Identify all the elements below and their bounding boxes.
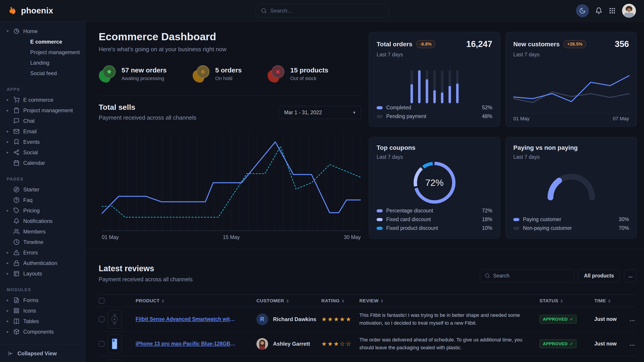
row-more-button[interactable]: ...	[628, 316, 637, 323]
sidebar-item-landing[interactable]: Landing	[0, 57, 85, 68]
column-header-product[interactable]: PRODUCT	[131, 298, 243, 304]
top-coupons-donut-chart: 72%	[412, 160, 457, 205]
bar-track	[410, 70, 413, 103]
reviews-search-input[interactable]	[493, 273, 569, 279]
sidebar-item-starter[interactable]: Starter	[0, 184, 85, 195]
star-status-icon	[99, 65, 116, 82]
sidebar-item-errors[interactable]: ▸Errors	[0, 247, 85, 258]
sort-icon[interactable]	[560, 299, 563, 303]
sidebar-item-chat[interactable]: Chat	[0, 116, 85, 126]
share-icon	[14, 149, 23, 155]
sidebar-item-tables[interactable]: ▸Tables	[0, 316, 85, 327]
product-link[interactable]: Fitbit Sense Advanced Smartwatch with To…	[131, 316, 243, 322]
orders-legend-row: Pending payment48%	[376, 112, 492, 121]
card-period: Last 7 days	[513, 52, 629, 58]
sidebar-item-timeline[interactable]: Timeline	[0, 237, 85, 247]
sort-icon[interactable]	[342, 299, 344, 303]
stats-divider	[99, 95, 361, 96]
customer-name: Richard Dawkins	[273, 316, 316, 323]
stat-label: Awating processing	[122, 76, 167, 81]
date-range-select[interactable]: Mar 1 - 31, 2022 ▾	[278, 106, 361, 119]
column-header-time[interactable]: TIME	[594, 298, 628, 304]
column-header-review[interactable]: REVIEW	[357, 298, 540, 304]
sidebar-item-social[interactable]: ▸Social	[0, 147, 85, 158]
apps-grid-button[interactable]	[609, 7, 616, 14]
sort-icon[interactable]	[381, 299, 383, 303]
sidebar-section-modules: MODULES	[7, 287, 85, 292]
new-customers-x-labels: 01 May07 May	[513, 116, 629, 122]
orders-legend-row: Completed52%	[376, 103, 492, 112]
sidebar-item-label: E commerce	[30, 39, 62, 45]
row-checkbox[interactable]	[99, 341, 104, 347]
page-head: Ecommerce Dashboard Here's what's going …	[99, 30, 226, 53]
coupons-legend-row: Fixed card discount18%	[376, 215, 492, 224]
review-time: Just now	[594, 316, 628, 322]
sidebar-item-label: Calendar	[23, 160, 45, 166]
sort-icon[interactable]	[608, 299, 610, 303]
product-link[interactable]: iPhone 13 pro max-Pacific Blue-128GB sto…	[131, 341, 243, 347]
caret-right-icon: ▸	[7, 261, 14, 265]
status-circle	[196, 65, 210, 78]
sort-icon[interactable]	[162, 299, 164, 303]
sidebar-item-label: Tables	[23, 318, 39, 325]
sidebar-item-e-commerce[interactable]: ▸E commerce	[0, 95, 85, 105]
nine-dots-icon	[609, 7, 616, 14]
sidebar-item-notifications[interactable]: Notifications	[0, 216, 85, 226]
sidebar-item-events[interactable]: ▸Events	[0, 137, 85, 147]
theme-toggle-button[interactable]	[576, 4, 589, 17]
sort-icon[interactable]	[286, 299, 289, 303]
bar-track	[456, 70, 458, 103]
sidebar-item-label: Email	[23, 128, 37, 135]
legend-value: 48%	[482, 113, 492, 119]
search-input[interactable]	[270, 7, 383, 14]
card-total-orders: Total orders -6.8% 16,247 Last 7 days Co…	[369, 32, 500, 127]
column-header-rating[interactable]: RATING	[321, 298, 357, 304]
paying-gauge-chart	[546, 172, 597, 202]
x-axis-label: 07 May	[613, 116, 629, 122]
caret-right-icon: ▸	[7, 129, 14, 134]
row-checkbox[interactable]	[99, 316, 104, 322]
sidebar-item-project-management[interactable]: ▸Project management	[0, 105, 85, 116]
user-avatar[interactable]	[622, 4, 636, 18]
row-more-button[interactable]: ...	[628, 341, 637, 347]
sidebar-item-email[interactable]: ▸Email	[0, 126, 85, 137]
card-period: Last 7 days	[376, 154, 492, 160]
table-row-partial	[99, 356, 637, 362]
legend-label: Paying customer	[523, 216, 561, 223]
sidebar-item-project-management[interactable]: Project management	[0, 47, 85, 57]
sidebar-item-label: Errors	[23, 250, 38, 256]
compass-icon	[14, 186, 23, 193]
legend-label: Percentage discount	[386, 208, 433, 214]
collapse-view-button[interactable]: Collapsed View	[0, 345, 85, 362]
total-orders-bar-chart	[410, 70, 458, 103]
bar-fill	[410, 84, 413, 103]
sidebar: ▾HomeE commerceProject managementLanding…	[0, 21, 86, 362]
product-thumbnail	[108, 335, 122, 353]
new-customers-line-chart	[513, 66, 630, 112]
bell-icon	[14, 218, 23, 224]
sidebar-item-authentication[interactable]: ▸Authentication	[0, 258, 85, 268]
status-label: APPROVED	[543, 317, 568, 322]
moon-icon	[579, 7, 586, 14]
sidebar-item-components[interactable]: ▸Components	[0, 327, 85, 337]
column-header-customer[interactable]: CUSTOMER	[243, 298, 321, 304]
sidebar-item-pricing[interactable]: ▸Pricing	[0, 205, 85, 216]
sidebar-item-members[interactable]: Members	[0, 226, 85, 237]
caret-right-icon: ▸	[7, 298, 14, 303]
more-options-button[interactable]: ...	[624, 269, 637, 282]
sidebar-item-calendar[interactable]: Calendar	[0, 158, 85, 168]
sidebar-item-forms[interactable]: ▸Forms	[0, 295, 85, 306]
status-badge: APPROVED✓	[540, 315, 577, 324]
select-all-checkbox[interactable]	[99, 298, 104, 304]
bar-track	[448, 70, 451, 103]
all-products-button[interactable]: All products	[578, 269, 620, 282]
sidebar-item-home[interactable]: ▾Home	[0, 26, 85, 36]
brand[interactable]: phoenix	[8, 6, 53, 16]
sidebar-item-faq[interactable]: Faq	[0, 195, 85, 205]
notifications-button[interactable]	[595, 7, 602, 14]
sidebar-item-layouts[interactable]: ▸Layouts	[0, 268, 85, 279]
sidebar-item-social-feed[interactable]: Social feed	[0, 68, 85, 78]
column-header-status[interactable]: STATUS	[540, 298, 594, 304]
sidebar-item-icons[interactable]: ▸Icons	[0, 306, 85, 316]
sidebar-item-e-commerce[interactable]: E commerce	[0, 36, 85, 47]
